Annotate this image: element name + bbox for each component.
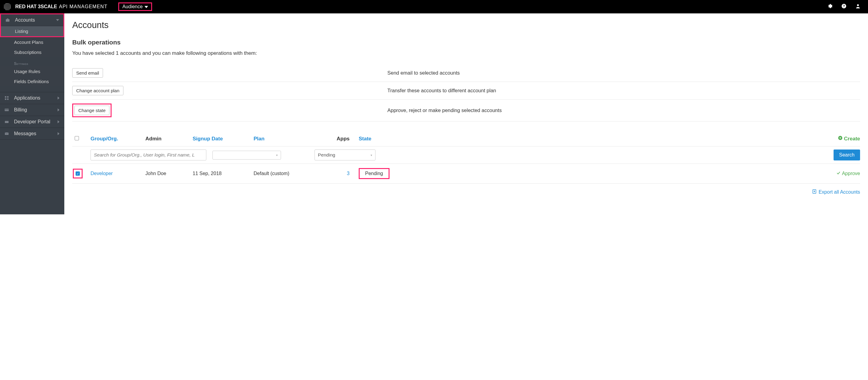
sidebar-label: Accounts [15, 18, 35, 23]
search-input[interactable] [91, 149, 206, 161]
svg-rect-3 [6, 19, 9, 22]
col-header-plan[interactable]: Plan [254, 136, 328, 142]
svg-rect-4 [7, 19, 8, 20]
svg-rect-5 [5, 96, 6, 98]
bulk-op-change-plan: Change account plan Transfer these accou… [72, 82, 860, 100]
col-header-signup[interactable]: Signup Date [193, 136, 254, 142]
table-header-row: Group/Org. Admin Signup Date Plan Apps S… [72, 134, 860, 146]
chevron-right-icon [57, 131, 60, 136]
envelope-icon [4, 131, 10, 136]
send-email-button[interactable]: Send email [72, 68, 103, 78]
svg-rect-8 [7, 98, 8, 100]
context-dropdown-audience[interactable]: Audience [118, 2, 152, 11]
row-checkbox[interactable] [75, 171, 80, 176]
table-filter-row: ▾ Pending▾ Search [72, 146, 860, 164]
export-icon [812, 189, 817, 195]
plan-filter-select[interactable]: ▾ [212, 151, 281, 160]
change-state-button[interactable]: Change state [74, 106, 110, 115]
account-signup-date: 11 Sep, 2018 [193, 171, 254, 176]
bulk-op-change-state: Change state Approve, reject or make pen… [72, 100, 860, 122]
account-state: Pending [359, 168, 390, 179]
svg-text:?: ? [843, 4, 845, 8]
sidebar-item-accounts[interactable]: Accounts [1, 14, 63, 26]
sidebar-item-applications[interactable]: Applications [0, 92, 64, 104]
account-apps-link[interactable]: 3 [347, 171, 349, 176]
check-icon [836, 171, 841, 176]
svg-rect-12 [5, 120, 8, 121]
svg-point-2 [857, 4, 859, 6]
sidebar-item-billing[interactable]: Billing [0, 104, 64, 116]
context-dropdown-label: Audience [122, 4, 143, 9]
sidebar-sub-fields-definitions[interactable]: Fields Definitions [0, 76, 64, 87]
triangle-down-icon: ▾ [371, 153, 372, 157]
sidebar-item-messages[interactable]: Messages [0, 128, 64, 140]
bulk-op-send-email: Send email Send email to selected accoun… [72, 64, 860, 82]
change-state-desc: Approve, reject or make pending selected… [388, 107, 860, 113]
col-header-group[interactable]: Group/Org. [91, 136, 145, 142]
brand-logo-icon [4, 3, 11, 10]
sidebar-sub-usage-rules[interactable]: Usage Rules [0, 66, 64, 76]
plus-circle-icon [838, 136, 843, 142]
brand-text: RED HAT 3SCALEAPI MANAGEMENT [15, 4, 107, 9]
sidebar-item-developer-portal[interactable]: Developer Portal [0, 116, 64, 128]
sidebar-sub-subscriptions[interactable]: Subscriptions [0, 47, 64, 57]
chevron-right-icon [57, 119, 60, 125]
briefcase-icon [5, 18, 11, 23]
user-icon[interactable] [855, 3, 861, 10]
sidebar: Accounts Listing Account Plans Subscript… [0, 13, 64, 214]
bulk-operations-heading: Bulk operations [72, 39, 860, 46]
account-plan: Default (custom) [254, 171, 328, 176]
sidebar-sub-listing[interactable]: Listing [1, 26, 63, 36]
create-account-link[interactable]: Create [838, 136, 860, 142]
triangle-down-icon: ▾ [276, 153, 278, 157]
bulk-selection-message: You have selected 1 accounts and you can… [72, 50, 860, 56]
state-filter-select[interactable]: Pending▾ [314, 149, 375, 161]
chevron-down-icon [145, 4, 148, 9]
change-plan-desc: Transfer these accounts to different acc… [388, 88, 860, 94]
sidebar-sub-account-plans[interactable]: Account Plans [0, 37, 64, 47]
svg-rect-10 [5, 110, 8, 110]
svg-rect-7 [5, 98, 6, 100]
page-title: Accounts [72, 20, 860, 30]
cubes-icon [4, 96, 10, 101]
sidebar-category-settings: Settings [0, 57, 64, 66]
col-header-admin: Admin [145, 136, 193, 142]
send-email-desc: Send email to selected accounts [388, 70, 860, 76]
brand-bold: RED HAT 3SCALE [15, 4, 57, 9]
col-header-apps: Apps [328, 136, 359, 142]
svg-rect-6 [7, 96, 8, 98]
search-button[interactable]: Search [834, 149, 860, 161]
account-group-link[interactable]: Developer [91, 171, 113, 176]
export-all-accounts-link[interactable]: Export all Accounts [818, 189, 860, 195]
col-header-state[interactable]: State [359, 136, 426, 142]
approve-link[interactable]: Approve [836, 171, 860, 176]
select-all-checkbox[interactable] [75, 136, 79, 140]
chevron-right-icon [57, 95, 60, 101]
help-icon[interactable]: ? [841, 3, 847, 10]
main-content: Accounts Bulk operations You have select… [64, 13, 868, 214]
settings-gear-icon[interactable] [827, 3, 833, 10]
top-navbar: RED HAT 3SCALEAPI MANAGEMENT Audience ? [0, 0, 868, 13]
chevron-right-icon [57, 107, 60, 113]
credit-card-icon [4, 107, 10, 112]
portal-icon [4, 119, 10, 124]
brand-thin: API MANAGEMENT [59, 4, 107, 9]
change-account-plan-button[interactable]: Change account plan [72, 86, 123, 95]
account-admin: John Doe [145, 171, 193, 176]
accounts-table: Group/Org. Admin Signup Date Plan Apps S… [72, 134, 860, 195]
chevron-down-icon [56, 18, 59, 23]
table-row: Developer John Doe 11 Sep, 2018 Default … [72, 164, 860, 184]
